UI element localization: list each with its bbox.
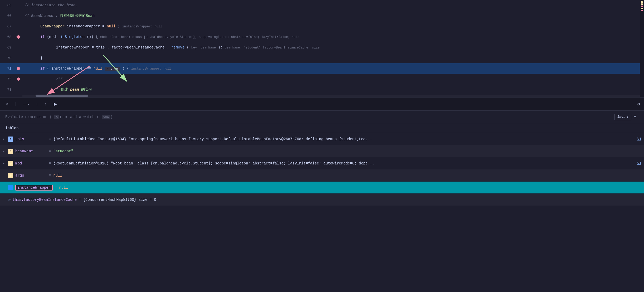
var-row-instancewrapper[interactable]: ▶ = instanceWrapper = null [0,182,644,194]
hint-67: instanceWrapper: null [122,25,162,28]
var-name-fbic: this.factoryBeanInstanceCache [13,198,77,202]
line-number-71: 71 [0,67,14,71]
vi-link-mbd[interactable]: Vi [637,161,641,165]
var-icon-fbic: ∞ [8,197,11,202]
var-icon-args: p [8,173,13,178]
step-over-button[interactable]: ⟶ [21,100,31,108]
chinese-73b: 的实例 [81,87,92,92]
debug-panel: Evaluate expression ( ⌥ ) or add a watch… [0,111,644,292]
expand-icon-args: ▶ [3,173,8,177]
debug-toolbar: × | ⟶ ↓ ↑ ▶ ⚙ [0,98,644,111]
code-line-65: 65 // instantiate the bean. [0,0,644,11]
scrollbar-container[interactable] [22,95,640,97]
line-content-67: BeanWrapper instanceWrapper = null ; ins… [22,21,644,32]
eq-71: == [87,66,93,71]
code-line-72: 72 /** [0,74,644,84]
gutter-mark-1 [641,1,643,3]
var-value-beanname: "student" [53,149,641,153]
add-watch-button[interactable]: + [631,114,639,120]
expand-icon-this: ▶ [3,137,8,141]
var-name-mbd: mbd [15,161,47,166]
code-editor: 65 // instantiate the bean. 66 // BeanWr… [0,0,644,98]
var-value-fbic: {ConcurrentHashMap@1760} size = 0 [83,198,641,202]
variables-list: ▶ = this = {DefaultListableBeanFactory@1… [0,133,644,206]
code-line-68: 68 if (mbd. isSingleton ()) { mbd: "Root… [0,32,644,42]
vi-link-this[interactable]: Vi [637,137,641,141]
expand-icon-fbic: ▶ [3,198,8,202]
indent-73 [25,87,56,92]
var-equals-beanname: = [49,149,51,153]
var-row-fbic[interactable]: ▶ ∞ this.factoryBeanInstanceCache = {Con… [0,194,644,206]
comment-token: // instantiate the bean. [25,3,78,7]
line-content-73: * 创建 bean 的实例 [22,84,644,95]
scrollbar-thumb[interactable] [36,95,88,97]
var-name-instancewrapper-special: instanceWrapper [15,185,53,191]
var-row-beanname[interactable]: ▶ p beanName = "student" [0,145,644,157]
chinese-66: 持有创建出来的Bean [60,14,95,18]
breakpoint-71 [17,67,20,70]
expand-icon-mbd: ▶ [3,161,8,165]
line-content-68: if (mbd. isSingleton ()) { mbd: "Root be… [22,32,644,42]
resume-button[interactable]: ▶ [52,100,59,108]
step-out-button[interactable]: ↑ [43,101,49,108]
comment-72: /** [56,77,63,81]
chinese-73a: 创建 [61,87,68,92]
line-number-70: 70 [0,56,14,60]
var-row-args[interactable]: ▶ p args = null [0,169,644,182]
line-content-69: instanceWrapper = this . factoryBeanInst… [22,42,644,53]
closep-69: ); [218,45,223,50]
var-icon-iw: = [8,185,13,190]
code-line-70: 70 } [0,53,644,63]
gear-icon[interactable]: ⚙ [637,101,640,107]
eval-label: Evaluate expression ( [5,115,52,119]
close-debug-button[interactable]: × [4,101,11,108]
type-token-67: BeanWrapper [40,24,65,28]
java-chevron: ▾ [626,115,628,119]
indent-69 [25,45,56,50]
line-number-65: 65 [0,3,14,7]
gutter-mark-red-1 [641,6,643,7]
var-name-beanname: beanName [15,149,47,153]
indent-72 [25,77,56,81]
line-content-72: /** [22,74,644,84]
comment-token-66: // BeanWrapper: [25,14,60,18]
line-number-69: 69 [0,46,14,50]
code-line-69: 69 instanceWrapper = this . factoryBeanI… [0,42,644,53]
var-row-this[interactable]: ▶ = this = {DefaultListableBeanFactory@1… [0,133,644,145]
var-value-mbd: {RootBeanDefinition@1818} "Root bean: cl… [53,161,635,166]
var-icon-beanname: p [8,149,13,154]
var-name-args: args [15,173,47,178]
step-into-button[interactable]: ↓ [34,101,40,108]
sp-71: ( [47,66,49,71]
line-content-71: if ( instanceWrapper == null = true ) { … [22,63,644,74]
var-value-iw: null [59,186,641,190]
indent-70 [25,56,40,60]
code-line-71: 71 if ( instanceWrapper == null = true )… [0,63,644,74]
kw-if-71: if [40,66,45,71]
brace-70: } [40,56,42,60]
right-gutter-65 [587,0,640,11]
line-number-66: 66 [0,14,14,18]
toolbar-separator: | [14,102,17,106]
variables-title: iables [5,126,18,130]
var-equals-mbd: = [49,161,51,166]
eval-bar: Evaluate expression ( ⌥ ) or add a watch… [0,111,644,123]
eval-shortcut-2: ⌥⌘W [102,115,110,119]
var-row-mbd[interactable]: ▶ p mbd = {RootBeanDefinition@1818} "Roo… [0,157,644,169]
bold-bean-73: bean [70,87,79,92]
dot-69: . [107,45,109,50]
line-content-70: } [22,53,644,63]
variables-header: iables [0,123,644,133]
null-71: null [94,66,103,71]
gutter-mark-3 [641,8,643,9]
p-68: ()) { [87,35,98,39]
var-value-args: null [53,173,641,178]
sp-68: (mbd. [47,35,58,39]
cp-71: ) { [122,66,129,71]
gutter-72 [14,77,22,81]
java-language-selector[interactable]: Java ▾ [614,114,631,120]
code-line-66: 66 // BeanWrapper: 持有创建出来的Bean [0,11,644,21]
java-label: Java [617,115,625,119]
var-icon-this: = [8,137,13,142]
right-gutter [640,0,644,97]
